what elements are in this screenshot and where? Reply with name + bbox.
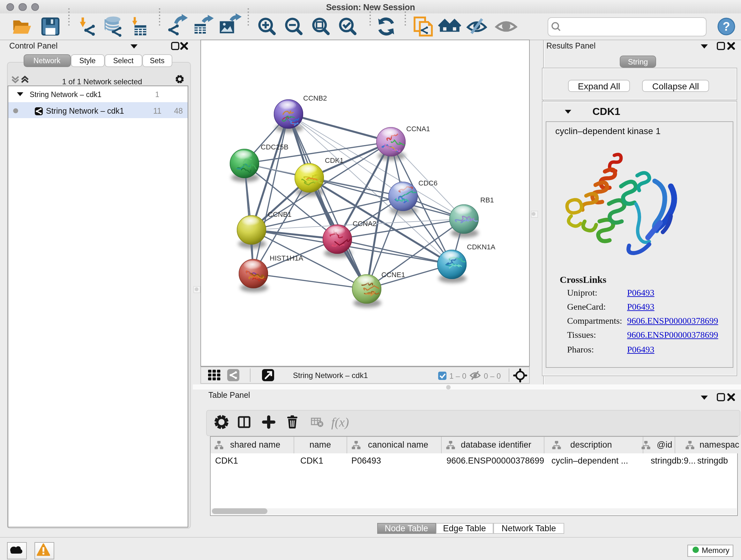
svg-text:CDC6: CDC6 — [418, 179, 437, 187]
svg-text:CCNB1: CCNB1 — [268, 210, 292, 219]
svg-text:CCNE1: CCNE1 — [381, 271, 405, 279]
svg-text:CDKN1A: CDKN1A — [467, 243, 495, 251]
svg-text:CCNB2: CCNB2 — [303, 94, 327, 102]
svg-text:f(x): f(x) — [331, 415, 349, 429]
svg-text:RB1: RB1 — [480, 196, 494, 204]
svg-text:HIST1H1A: HIST1H1A — [270, 254, 303, 262]
svg-text:CCNA1: CCNA1 — [406, 125, 430, 133]
svg-text:CDC25B: CDC25B — [261, 143, 288, 151]
svg-text:?: ? — [723, 20, 730, 33]
svg-text:CDK1: CDK1 — [325, 157, 344, 165]
svg-text:CCNA2: CCNA2 — [353, 220, 377, 228]
